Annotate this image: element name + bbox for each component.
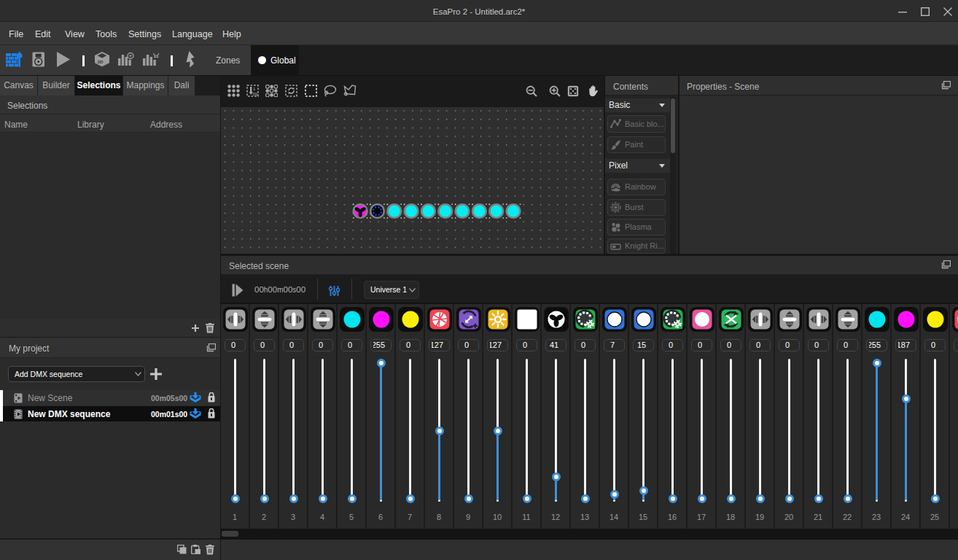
svg-text:3D: 3D — [98, 59, 104, 64]
svg-text:99: 99 — [253, 92, 258, 96]
svg-text:1: 1 — [253, 87, 256, 91]
